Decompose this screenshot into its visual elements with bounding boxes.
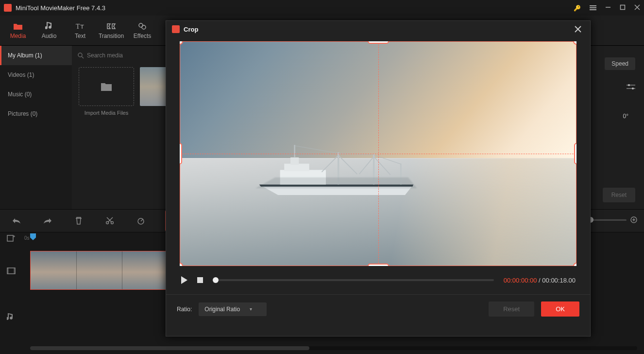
properties-reset-button[interactable]: Reset <box>603 188 635 202</box>
app-logo-icon <box>4 4 12 12</box>
video-track-icon <box>7 267 16 274</box>
app-logo-icon <box>172 25 180 33</box>
redo-button[interactable] <box>41 214 54 228</box>
svg-point-10 <box>628 84 630 86</box>
svg-rect-26 <box>14 268 15 274</box>
window-close-button[interactable] <box>634 4 640 12</box>
sidebar-item-pictures[interactable]: Pictures (0) <box>0 104 72 124</box>
close-button[interactable] <box>572 25 584 34</box>
window-maximize-button[interactable] <box>620 4 626 12</box>
ratio-select-value: Original Ratio <box>204 306 240 313</box>
crop-handle-s[interactable] <box>368 264 389 266</box>
sidebar-item-music[interactable]: Music (0) <box>0 85 72 104</box>
crop-playbar: 00:00:00:00 / 00:00:18.00 <box>166 266 590 294</box>
crop-handle-n[interactable] <box>368 41 389 44</box>
crop-reset-button[interactable]: Reset <box>489 301 534 317</box>
svg-rect-43 <box>197 277 203 283</box>
svg-point-13 <box>106 222 109 224</box>
chevron-down-icon: ▾ <box>250 306 252 312</box>
timeline-scrollbar[interactable] <box>30 346 637 350</box>
speed-tool-button[interactable] <box>134 214 148 228</box>
delete-button[interactable] <box>72 214 85 228</box>
tab-transition[interactable]: Transition <box>96 17 126 44</box>
sidebar-item-my-album[interactable]: My Album (1) <box>0 46 72 65</box>
crop-dialog-footer: Ratio: Original Ratio ▾ Reset OK <box>166 294 590 323</box>
adjust-icon[interactable] <box>627 84 635 90</box>
zoom-in-button[interactable] <box>630 216 637 223</box>
svg-rect-25 <box>7 268 9 274</box>
ruler-mark: 0s <box>24 235 30 241</box>
crop-handle-e[interactable] <box>574 143 576 164</box>
app-title: MiniTool MovieMaker Free 7.4.3 <box>16 4 574 12</box>
tab-audio-label: Audio <box>42 33 57 39</box>
tab-text[interactable]: Tᴛ Text <box>65 17 95 44</box>
music-note-icon <box>44 22 54 31</box>
svg-line-40 <box>295 145 339 153</box>
timecode-total: 00:00:18.00 <box>542 277 576 284</box>
svg-rect-21 <box>7 235 13 241</box>
stop-button[interactable] <box>197 277 203 283</box>
svg-point-6 <box>142 25 146 29</box>
hamburger-menu-icon[interactable] <box>590 4 596 11</box>
svg-point-7 <box>78 53 82 57</box>
folder-plus-icon <box>100 81 113 92</box>
transition-icon <box>106 22 116 31</box>
crop-ok-button[interactable]: OK <box>541 301 579 317</box>
svg-line-42 <box>374 155 401 164</box>
crop-seek-slider[interactable] <box>213 279 494 281</box>
svg-point-14 <box>111 222 114 224</box>
add-track-button[interactable] <box>7 234 16 242</box>
folder-icon <box>13 22 23 31</box>
text-icon: Tᴛ <box>75 22 85 31</box>
timeline-clip[interactable] <box>30 251 169 290</box>
ratio-select[interactable]: Original Ratio ▾ <box>199 302 267 316</box>
tab-effects-label: Effects <box>134 33 151 39</box>
window-titlebar: MiniTool MovieMaker Free 7.4.3 <box>0 0 644 16</box>
svg-rect-1 <box>621 5 625 9</box>
tab-audio[interactable]: Audio <box>34 17 64 44</box>
crop-handle-w[interactable] <box>180 143 182 164</box>
sidebar-item-videos[interactable]: Videos (1) <box>0 65 72 85</box>
key-icon[interactable] <box>574 4 581 12</box>
crop-dialog: Crop <box>166 20 591 336</box>
crop-timecode: 00:00:00:00 / 00:00:18.00 <box>504 277 576 284</box>
ratio-label: Ratio: <box>177 306 192 313</box>
tab-media[interactable]: Media <box>3 17 33 44</box>
media-category-sidebar: My Album (1) Videos (1) Music (0) Pictur… <box>0 46 72 209</box>
tab-transition-label: Transition <box>99 33 124 39</box>
audio-track-icon <box>7 313 14 321</box>
play-button[interactable] <box>181 276 187 284</box>
timeline-scrollbar-thumb[interactable] <box>30 346 309 350</box>
effects-icon <box>137 22 147 31</box>
rotation-degree-label: 0° <box>623 113 628 120</box>
undo-button[interactable] <box>10 214 23 228</box>
svg-rect-31 <box>290 157 299 164</box>
crop-dialog-title: Crop <box>184 26 572 33</box>
split-button[interactable] <box>103 214 117 228</box>
crop-seek-thumb[interactable] <box>213 277 219 283</box>
svg-line-41 <box>339 153 374 155</box>
svg-point-12 <box>632 88 634 89</box>
svg-line-8 <box>82 56 84 58</box>
search-icon <box>78 53 84 59</box>
tab-text-label: Text <box>75 33 85 39</box>
properties-panel: Speed 0° Reset <box>595 46 644 209</box>
import-media-label: Import Media Files <box>79 110 134 116</box>
crop-preview[interactable] <box>180 41 576 266</box>
window-minimize-button[interactable] <box>605 4 611 12</box>
tab-effects[interactable]: Effects <box>127 17 157 44</box>
tab-media-label: Media <box>10 33 26 39</box>
timecode-current: 00:00:00:00 <box>504 277 537 284</box>
import-media-button[interactable] <box>79 67 134 106</box>
speed-button[interactable]: Speed <box>605 57 635 70</box>
svg-text:Tᴛ: Tᴛ <box>76 23 84 30</box>
